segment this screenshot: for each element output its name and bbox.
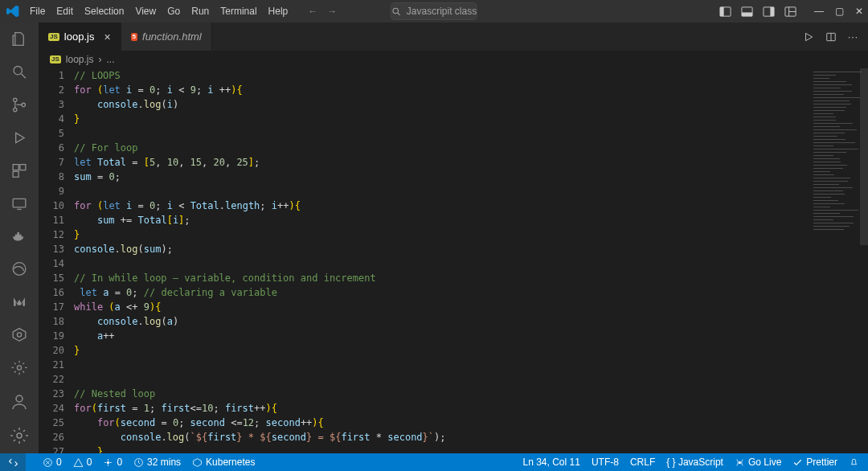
code-line[interactable]: console.log(i) bbox=[74, 97, 810, 112]
gear-icon[interactable] bbox=[10, 426, 29, 445]
code-line[interactable]: // In while loop – variable, condition a… bbox=[74, 271, 810, 285]
code-line[interactable] bbox=[74, 358, 810, 372]
run-debug-icon[interactable] bbox=[10, 129, 29, 146]
nav-arrows: ← → bbox=[308, 6, 337, 17]
code-editor[interactable]: // LOOPSfor (let i = 0; i < 9; i ++){ co… bbox=[74, 68, 810, 453]
line-number: 20 bbox=[39, 343, 64, 358]
status-prettier[interactable]: Prettier bbox=[787, 457, 843, 468]
code-line[interactable]: let Total = [5, 10, 15, 20, 25]; bbox=[74, 155, 810, 170]
layout-left-icon[interactable] bbox=[719, 6, 731, 18]
status-ports[interactable]: 0 bbox=[97, 457, 128, 468]
svg-rect-17 bbox=[20, 164, 26, 170]
code-line[interactable]: for(first = 1; first<=10; first++){ bbox=[74, 401, 810, 416]
close-tab-icon[interactable]: × bbox=[104, 31, 110, 43]
search-icon[interactable] bbox=[10, 63, 29, 80]
m-icon[interactable] bbox=[10, 293, 29, 310]
menu-go[interactable]: Go bbox=[162, 2, 186, 20]
html-file-icon: 5 bbox=[131, 33, 137, 41]
code-line[interactable]: // For loop bbox=[74, 141, 810, 155]
account-icon[interactable] bbox=[10, 392, 29, 412]
command-center-search[interactable]: Javascripit class bbox=[391, 2, 477, 20]
code-line[interactable] bbox=[74, 126, 810, 141]
code-line[interactable]: sum += Total[i]; bbox=[74, 213, 810, 227]
status-bar: 00032 minsKubernetes Ln 34, Col 11UTF-8C… bbox=[0, 453, 868, 471]
code-line[interactable]: console.log(a) bbox=[74, 314, 810, 329]
tab-label: function.html bbox=[142, 31, 202, 43]
line-number: 24 bbox=[39, 401, 64, 416]
code-line[interactable]: for(second = 0; second <=12; second++){ bbox=[74, 416, 810, 430]
scrollbar-track[interactable] bbox=[857, 68, 868, 453]
line-numbers-gutter: 1234567891011121314151617181920212223242… bbox=[39, 68, 74, 453]
svg-rect-3 bbox=[720, 6, 724, 15]
code-line[interactable]: let a = 0; // declaring a variable bbox=[74, 285, 810, 300]
code-line[interactable]: sum = 0; bbox=[74, 170, 810, 184]
code-line[interactable] bbox=[74, 372, 810, 387]
code-line[interactable]: while (a <+ 9){ bbox=[74, 300, 810, 314]
svg-rect-5 bbox=[742, 12, 752, 16]
code-line[interactable] bbox=[74, 184, 810, 199]
title-bar: FileEditSelectionViewGoRunTerminalHelp ←… bbox=[0, 0, 868, 23]
menu-edit[interactable]: Edit bbox=[51, 2, 79, 20]
status-warning[interactable]: 0 bbox=[68, 457, 98, 468]
code-line[interactable]: } bbox=[74, 444, 810, 453]
status-crlf[interactable]: CRLF bbox=[624, 457, 661, 468]
remote-explorer-icon[interactable] bbox=[10, 195, 29, 212]
status-text: UTF-8 bbox=[592, 457, 619, 468]
code-line[interactable]: a++ bbox=[74, 329, 810, 343]
line-number: 3 bbox=[39, 97, 64, 112]
edge-icon[interactable] bbox=[10, 260, 29, 277]
menu-view[interactable]: View bbox=[129, 2, 162, 20]
layout-bottom-icon[interactable] bbox=[741, 6, 753, 18]
code-line[interactable]: } bbox=[74, 227, 810, 242]
settings-gear-side-icon[interactable] bbox=[10, 359, 29, 376]
status-error[interactable]: 0 bbox=[37, 457, 68, 468]
menu-file[interactable]: File bbox=[24, 2, 51, 20]
nav-forward-icon[interactable]: → bbox=[327, 6, 337, 17]
svg-point-24 bbox=[16, 395, 23, 402]
code-line[interactable] bbox=[74, 256, 810, 271]
tab-label: loop.js bbox=[64, 31, 95, 43]
status-text: 0 bbox=[117, 457, 122, 468]
layout-customize-icon[interactable] bbox=[784, 6, 796, 18]
docker-icon[interactable] bbox=[10, 227, 29, 244]
code-line[interactable]: for (let i = 0; i < 9; i ++){ bbox=[74, 83, 810, 97]
status-kube[interactable]: Kubernetes bbox=[186, 457, 260, 468]
status--javascript[interactable]: { } JavaScript bbox=[661, 457, 729, 468]
status-ln-34-col-11[interactable]: Ln 34, Col 11 bbox=[518, 457, 586, 468]
tab-loop-js[interactable]: JSloop.js× bbox=[39, 23, 121, 51]
code-line[interactable]: for (let i = 0; i < Total.length; i++){ bbox=[74, 199, 810, 213]
menu-run[interactable]: Run bbox=[186, 2, 215, 20]
nav-back-icon[interactable]: ← bbox=[308, 6, 317, 17]
split-editor-icon[interactable] bbox=[825, 31, 837, 43]
js-file-icon: JS bbox=[50, 55, 61, 63]
status-utf-8[interactable]: UTF-8 bbox=[586, 457, 624, 468]
scrollbar-thumb[interactable] bbox=[860, 68, 868, 245]
status-clock[interactable]: 32 mins bbox=[128, 457, 186, 468]
menu-help[interactable]: Help bbox=[263, 2, 294, 20]
kubernetes-icon[interactable] bbox=[10, 326, 29, 343]
code-line[interactable]: } bbox=[74, 343, 810, 358]
window-close-icon[interactable]: ✕ bbox=[855, 6, 863, 17]
svg-rect-19 bbox=[13, 199, 26, 207]
menu-selection[interactable]: Selection bbox=[79, 2, 129, 20]
svg-point-25 bbox=[17, 433, 22, 438]
breadcrumb[interactable]: JS loop.js › ... bbox=[39, 51, 868, 68]
extensions-icon[interactable] bbox=[10, 162, 29, 179]
status-go-live[interactable]: Go Live bbox=[729, 457, 787, 468]
layout-right-icon[interactable] bbox=[763, 6, 775, 18]
explorer-icon[interactable] bbox=[10, 31, 29, 47]
menu-terminal[interactable]: Terminal bbox=[215, 2, 262, 20]
code-line[interactable]: console.log(`${first} * ${second} = ${fi… bbox=[74, 430, 810, 444]
tab-function-html[interactable]: 5function.html bbox=[121, 23, 212, 51]
status-bell[interactable] bbox=[843, 457, 868, 467]
code-line[interactable]: } bbox=[74, 112, 810, 126]
source-control-icon[interactable] bbox=[10, 96, 29, 113]
code-line[interactable]: // LOOPS bbox=[74, 68, 810, 83]
remote-indicator[interactable] bbox=[0, 453, 26, 471]
code-line[interactable]: console.log(sum); bbox=[74, 242, 810, 256]
window-maximize-icon[interactable]: ▢ bbox=[835, 6, 844, 17]
code-line[interactable]: // Nested loop bbox=[74, 387, 810, 401]
more-actions-icon[interactable]: ··· bbox=[848, 31, 858, 43]
run-file-icon[interactable] bbox=[803, 31, 814, 43]
window-minimize-icon[interactable]: — bbox=[814, 6, 824, 17]
